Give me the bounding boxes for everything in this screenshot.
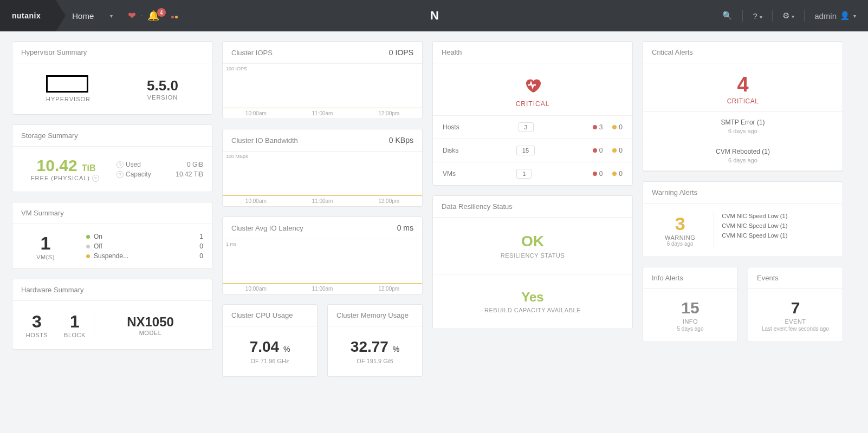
brand-area: nutanix: [0, 0, 56, 31]
cpu-sub: OF 71.96 GHz: [228, 358, 312, 364]
chart-axis: 10:00am11:00am12:00pm: [223, 196, 422, 206]
cpu-value: 7.04 %: [228, 338, 312, 356]
hypervisor-box-icon: [46, 75, 88, 93]
status-icons: ❤ · 🔔 4: [128, 10, 177, 22]
info-alerts-card[interactable]: Info Alerts 15 INFO 5 days ago: [643, 267, 738, 342]
cluster-latency-card[interactable]: Cluster Avg IO Latency0 ms 1 ms 10:00am1…: [222, 216, 423, 294]
iops-value: 0 IOPS: [389, 48, 413, 57]
vm-off-row: Off0: [86, 241, 203, 251]
alert-item[interactable]: CVM Rebooted (1)6 days ago: [643, 141, 843, 170]
warning-alerts-card[interactable]: Warning Alerts 3 WARNING 6 days ago CVM …: [643, 181, 843, 257]
settings-menu[interactable]: ⚙ ▾: [782, 11, 794, 21]
card-title: Info Alerts: [652, 274, 683, 282]
card-title: Cluster Memory Usage: [336, 311, 409, 319]
disks-pill: 15: [516, 146, 535, 155]
hypervisor-summary-card[interactable]: Hypervisor Summary HYPERVISOR 5.5.0 VERS…: [12, 41, 212, 115]
mem-sub: OF 191.9 GiB: [333, 358, 417, 364]
cpu-usage-card[interactable]: Cluster CPU Usage 7.04 % OF 71.96 GHz: [222, 304, 318, 377]
chevron-down-icon: ▾: [110, 13, 113, 19]
dashboard: Hypervisor Summary HYPERVISOR 5.5.0 VERS…: [0, 31, 868, 386]
critical-alerts-card[interactable]: Critical Alerts 4 CRITICAL SMTP Error (1…: [643, 41, 843, 172]
brand-label: nutanix: [0, 11, 50, 20]
right-tools: 🔍 ? ▾ ⚙ ▾ admin 👤 ▾: [722, 10, 868, 22]
chart-axis: 10:00am11:00am12:00pm: [223, 284, 422, 294]
card-title: Storage Summary: [21, 132, 78, 140]
hosts-count: 3: [18, 312, 56, 332]
latency-value: 0 ms: [397, 224, 413, 232]
cluster-iops-card[interactable]: Cluster IOPS0 IOPS 100 IOPS 10:00am11:00…: [222, 41, 423, 119]
alerts-bell[interactable]: 🔔 4: [147, 10, 166, 22]
rebuild-yes: Yes: [438, 290, 627, 305]
nutanix-logo-icon: N: [430, 9, 438, 23]
free-storage-value: 10.42 TiB: [21, 156, 111, 175]
card-title: Events: [757, 274, 779, 282]
alert-item[interactable]: SMTP Error (1)6 days ago: [643, 111, 843, 141]
latency-chart: 1 ms: [223, 239, 422, 284]
health-disks-row[interactable]: Disks 15 00: [433, 139, 632, 162]
free-storage-label: FREE (PHYSICAL) ?: [21, 175, 111, 182]
model-value: NX1050: [94, 314, 206, 330]
cluster-iobw-card[interactable]: Cluster IO Bandwidth0 KBps 100 MBps 10:0…: [222, 129, 423, 207]
card-title: Health: [442, 48, 462, 56]
card-title: Data Resiliency Status: [442, 202, 513, 211]
heart-pulse-icon: [522, 75, 543, 95]
card-title: Cluster Avg IO Latency: [231, 224, 303, 232]
health-hosts-row[interactable]: Hosts 3 30: [433, 115, 632, 139]
resiliency-ok: OK: [438, 233, 627, 250]
nav-label: Home: [72, 11, 94, 21]
card-title: Cluster CPU Usage: [231, 311, 293, 319]
warning-count: 3: [665, 213, 695, 234]
card-title: Warning Alerts: [652, 188, 697, 196]
storage-summary-card[interactable]: Storage Summary 10.42 TiB FREE (PHYSICAL…: [12, 124, 212, 192]
vm-count-label: VM(S): [21, 254, 70, 260]
hypervisor-label: HYPERVISOR: [46, 96, 90, 102]
events-card[interactable]: Events 7 EVENT Last event few seconds ag…: [748, 267, 843, 342]
chevron-down-icon: ▾: [853, 13, 856, 19]
help-menu[interactable]: ? ▾: [753, 11, 762, 21]
capacity-value: 10.42 TiB: [176, 170, 203, 178]
critical-count: 4: [643, 73, 843, 96]
card-title: VM Summary: [21, 209, 64, 217]
health-heart-icon[interactable]: ❤: [128, 10, 136, 22]
memory-usage-card[interactable]: Cluster Memory Usage 32.77 % OF 191.9 Gi…: [327, 304, 423, 377]
resiliency-card[interactable]: Data Resiliency Status OK RESILIENCY STA…: [432, 195, 633, 329]
card-title: Critical Alerts: [652, 48, 693, 56]
vm-summary-card[interactable]: VM Summary 1 VM(S) On1 Off0 Suspende...0: [12, 202, 212, 269]
health-vms-row[interactable]: VMs 1 00: [433, 162, 632, 185]
user-menu[interactable]: admin 👤 ▾: [814, 11, 856, 21]
nav-selector[interactable]: Home ▾: [72, 11, 113, 21]
events-count: 7: [754, 299, 837, 317]
top-bar: nutanix Home ▾ ❤ · 🔔 4 N 🔍 ? ▾ ⚙ ▾ admin…: [0, 0, 868, 31]
hardware-summary-card[interactable]: Hardware Summary 3 HOSTS 1 BLOCK NX1050 …: [12, 279, 212, 350]
iobw-value: 0 KBps: [389, 136, 413, 145]
vms-pill: 1: [516, 169, 532, 179]
vm-on-row: On1: [86, 232, 203, 241]
health-status: CRITICAL: [438, 100, 627, 108]
version-value: 5.5.0: [147, 77, 178, 94]
warning-list: CVM NIC Speed Low (1) CVM NIC Speed Low …: [714, 211, 835, 249]
search-icon[interactable]: 🔍: [722, 11, 733, 21]
alert-badge: 4: [157, 8, 166, 17]
used-value: 0 GiB: [187, 161, 203, 168]
mem-value: 32.77 %: [333, 338, 417, 356]
card-title: Hypervisor Summary: [21, 48, 87, 56]
hosts-pill: 3: [519, 122, 534, 132]
vm-suspended-row: Suspende...0: [86, 251, 203, 261]
alert-item[interactable]: CVM Rebooted (1): [643, 170, 843, 171]
chart-axis: 10:00am11:00am12:00pm: [223, 108, 422, 119]
version-label: VERSION: [147, 94, 178, 101]
blocks-count: 1: [56, 312, 94, 332]
vm-count: 1: [21, 233, 70, 254]
health-card[interactable]: Health CRITICAL Hosts 3 30 Disks 15 00 V…: [432, 41, 633, 186]
iobw-chart: 100 MBps: [223, 152, 422, 196]
user-label: admin: [814, 11, 837, 21]
info-count: 15: [649, 299, 732, 317]
card-title: Hardware Summary: [21, 286, 84, 294]
card-title: Cluster IOPS: [231, 49, 273, 57]
card-title: Cluster IO Bandwidth: [231, 136, 298, 145]
status-dots: [170, 11, 178, 21]
iops-chart: 100 IOPS: [223, 64, 422, 108]
user-icon: 👤: [840, 11, 850, 21]
